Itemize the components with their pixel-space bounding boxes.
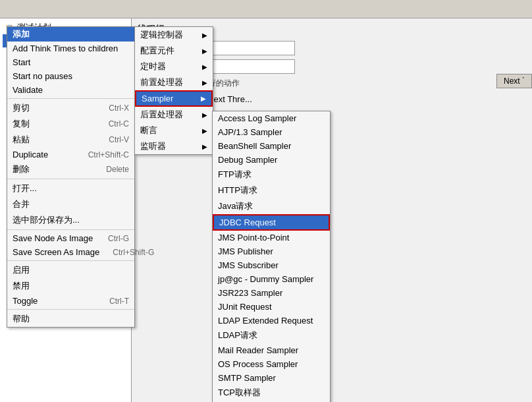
next-button[interactable]: Next ` (496, 74, 532, 88)
arrow-icon: ▶ (202, 32, 207, 39)
menu-item-disable[interactable]: 禁用 (7, 278, 134, 294)
submenu-add-postproc[interactable]: 后置处理器 ▶ (135, 107, 213, 123)
menu-item-enable[interactable]: 启用 (7, 262, 134, 278)
menu-item-copy[interactable]: 复制 Ctrl-C (7, 116, 134, 132)
menu-item-toggle[interactable]: Toggle Ctrl-T (7, 294, 134, 308)
separator-4 (7, 260, 134, 261)
sampler-debug[interactable]: Debug Sampler (213, 153, 330, 167)
toolbar (0, 0, 532, 18)
submenu-add-timer[interactable]: 定时器 ▶ (135, 59, 213, 74)
menu-item-duplicate[interactable]: Duplicate Ctrl+Shift-C (7, 148, 134, 161)
submenu-add-sampler[interactable]: Sampler ▶ (135, 90, 213, 107)
sampler-jms-publisher[interactable]: JMS Publisher (213, 244, 330, 258)
submenu-add: 逻辑控制器 ▶ 配置元件 ▶ 定时器 ▶ 前置处理器 ▶ Sampler ▶ 后… (134, 26, 213, 155)
menu-item-start-no-pauses[interactable]: Start no pauses (7, 69, 134, 83)
arrow-icon: ▶ (202, 111, 207, 119)
sampler-beanshell[interactable]: BeanShell Sampler (213, 139, 330, 153)
sampler-tcp[interactable]: TCP取样器 (213, 385, 330, 401)
menu-item-paste[interactable]: 粘贴 Ctrl-V (7, 132, 134, 148)
arrow-icon: ▶ (202, 143, 207, 150)
arrow-icon: ▶ (202, 47, 207, 55)
arrow-icon: ▶ (201, 95, 206, 102)
menu-item-save-selection[interactable]: 选中部分保存为... (7, 212, 134, 228)
sampler-java[interactable]: Java请求 (213, 198, 330, 214)
sampler-ajp[interactable]: AJP/1.3 Sampler (213, 125, 330, 139)
submenu-add-config[interactable]: 配置元件 ▶ (135, 43, 213, 59)
context-menu-l1: 添加 Add Think Times to children Start Sta… (7, 26, 135, 328)
separator-5 (7, 309, 134, 310)
menu-item-delete[interactable]: 删除 Delete (7, 161, 134, 177)
sampler-access-log[interactable]: Access Log Sampler (213, 111, 330, 125)
sampler-os-process[interactable]: OS Process Sampler (213, 357, 330, 371)
sampler-ldap[interactable]: LDAP请求 (213, 328, 330, 343)
sampler-smtp[interactable]: SMTP Sampler (213, 371, 330, 385)
menu-item-merge[interactable]: 合并 (7, 196, 134, 212)
menu-item-cut[interactable]: 剪切 Ctrl-X (7, 100, 134, 116)
separator-1 (7, 98, 134, 99)
submenu-sampler: Access Log Sampler AJP/1.3 Sampler BeanS… (212, 111, 331, 402)
arrow-icon: ▶ (202, 63, 207, 71)
menu-item-start[interactable]: Start (7, 55, 134, 69)
menu-item-open[interactable]: 打开... (7, 181, 134, 196)
sampler-http[interactable]: HTTP请求 (213, 183, 330, 198)
submenu-add-listener[interactable]: 监听器 ▶ (135, 138, 213, 154)
menu-item-validate[interactable]: Validate (7, 83, 134, 97)
menu-item-save-node-image[interactable]: Save Node As Image Ctrl-G (7, 231, 134, 245)
submenu-add-assertion[interactable]: 断言 ▶ (135, 123, 213, 138)
menu-l1-header: 添加 (7, 27, 134, 42)
menu-item-help[interactable]: 帮助 (7, 311, 134, 327)
sampler-jpgc[interactable]: jp@gc - Dummy Sampler (213, 272, 330, 286)
sampler-junit[interactable]: JUnit Request (213, 300, 330, 314)
separator-2 (7, 179, 134, 179)
sampler-jms-point[interactable]: JMS Point-to-Point (213, 231, 330, 244)
sampler-jdbc[interactable]: JDBC Request (213, 214, 330, 231)
arrow-icon: ▶ (202, 127, 207, 134)
sampler-mail-reader[interactable]: Mail Reader Sampler (213, 343, 330, 357)
submenu-add-preproc[interactable]: 前置处理器 ▶ (135, 74, 213, 90)
submenu-add-logic[interactable]: 逻辑控制器 ▶ (135, 27, 213, 43)
separator-3 (7, 229, 134, 230)
sampler-jms-subscriber[interactable]: JMS Subscriber (213, 258, 330, 272)
sampler-jsr223[interactable]: JSR223 Sampler (213, 286, 330, 300)
menu-item-save-screen-image[interactable]: Save Screen As Image Ctrl+Shift-G (7, 245, 134, 259)
sampler-ldap-extended[interactable]: LDAP Extended Request (213, 314, 330, 328)
arrow-icon: ▶ (202, 79, 207, 86)
menu-item-think-times[interactable]: Add Think Times to children (7, 42, 134, 55)
sampler-ftp[interactable]: FTP请求 (213, 167, 330, 183)
